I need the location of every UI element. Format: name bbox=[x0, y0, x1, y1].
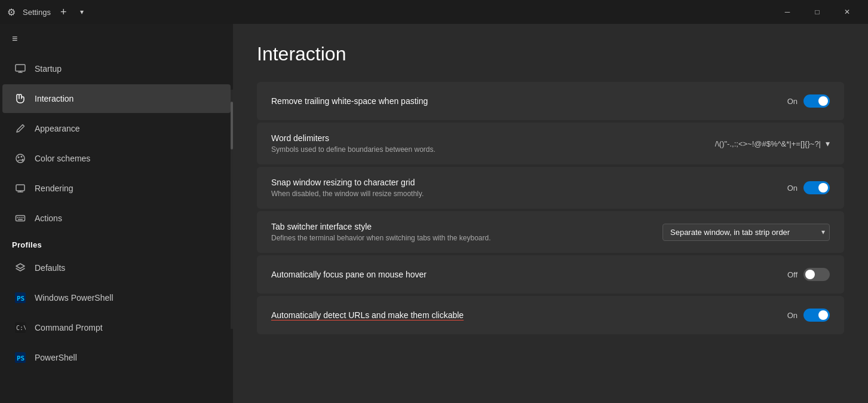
sidebar-label-color-schemes: Color schemes bbox=[35, 154, 90, 163]
setting-label-group-snap: Snap window resizing to character grid W… bbox=[271, 178, 787, 198]
display-icon bbox=[14, 182, 26, 194]
hand-icon bbox=[14, 93, 26, 105]
toggle-thumb-focus bbox=[805, 270, 815, 279]
sidebar-item-defaults[interactable]: Defaults bbox=[2, 254, 231, 282]
toggle-label-urls: On bbox=[787, 311, 798, 320]
ps-blue2-icon: PS bbox=[14, 352, 26, 364]
sidebar-item-rendering[interactable]: Rendering bbox=[2, 174, 231, 203]
sidebar-label-powershell: PowerShell bbox=[35, 353, 77, 362]
sidebar-item-powershell[interactable]: PS PowerShell bbox=[2, 343, 231, 372]
hamburger-button[interactable]: ≡ bbox=[0, 24, 233, 54]
maximize-button[interactable]: □ bbox=[803, 2, 831, 22]
setting-word-delimiters: Word delimiters Symbols used to define b… bbox=[257, 123, 844, 164]
setting-label-snap: Snap window resizing to character grid bbox=[271, 178, 763, 187]
title-bar-left: ⚙ Settings + ▾ bbox=[7, 4, 769, 20]
svg-point-5 bbox=[21, 156, 23, 158]
svg-rect-7 bbox=[16, 185, 24, 191]
setting-snap-resize: Snap window resizing to character grid W… bbox=[257, 167, 844, 209]
setting-label-group-urls: Automatically detect URLs and make them … bbox=[271, 310, 787, 320]
sidebar-scrolltrack bbox=[231, 90, 233, 329]
setting-label-focus: Automatically focus pane on mouse hover bbox=[271, 270, 763, 279]
svg-point-4 bbox=[18, 157, 20, 158]
toggle-group-trailing: On bbox=[787, 94, 830, 108]
toggle-label-focus: Off bbox=[787, 270, 798, 279]
settings-icon: ⚙ bbox=[7, 7, 18, 17]
title-bar: ⚙ Settings + ▾ ─ □ ✕ bbox=[0, 0, 868, 24]
svg-text:PS: PS bbox=[17, 355, 24, 362]
setting-label-trailing: Remove trailing white-space when pasting bbox=[271, 96, 763, 106]
svg-text:PS: PS bbox=[17, 295, 24, 303]
sidebar-item-startup[interactable]: Startup bbox=[2, 54, 231, 83]
delimiter-value-group: /\()"-.,:;<>~!@#$%^&*|+=[]{}~?| ▾ bbox=[715, 139, 830, 148]
svg-rect-0 bbox=[16, 65, 25, 71]
title-bar-title: Settings bbox=[23, 8, 51, 17]
layers-icon bbox=[14, 262, 26, 274]
sidebar-item-actions[interactable]: Actions bbox=[2, 204, 231, 233]
setting-trailing-whitespace: Remove trailing white-space when pasting… bbox=[257, 82, 844, 120]
sidebar-label-defaults: Defaults bbox=[35, 263, 65, 273]
setting-label-tab: Tab switcher interface style bbox=[271, 222, 639, 231]
cmd-icon: C:\ bbox=[14, 322, 26, 334]
setting-detect-urls: Automatically detect URLs and make them … bbox=[257, 296, 844, 334]
setting-label-group-tab: Tab switcher interface style Defines the… bbox=[271, 222, 662, 242]
profiles-section-label: Profiles bbox=[0, 233, 233, 253]
new-tab-button[interactable]: + bbox=[56, 4, 72, 20]
sidebar-label-actions: Actions bbox=[35, 213, 62, 223]
sidebar-scrollthumb[interactable] bbox=[231, 102, 233, 149]
tab-switcher-dropdown[interactable]: Separate window, in tab strip order Inli… bbox=[662, 224, 830, 241]
sidebar-label-command-prompt: Command Prompt bbox=[35, 323, 103, 332]
sidebar-item-windows-powershell[interactable]: PS Windows PowerShell bbox=[2, 283, 231, 312]
delimiter-chevron-icon: ▾ bbox=[826, 139, 830, 148]
toggle-group-snap: On bbox=[787, 181, 830, 194]
dropdown-wrapper-tab: Separate window, in tab strip order Inli… bbox=[662, 224, 830, 241]
ps-blue-icon: PS bbox=[14, 292, 26, 304]
svg-point-3 bbox=[16, 154, 24, 163]
main-layout: ≡ Startup Interaction bbox=[0, 24, 868, 403]
sidebar: ≡ Startup Interaction bbox=[0, 24, 233, 403]
toggle-focus-pane[interactable] bbox=[803, 268, 830, 281]
palette-icon bbox=[14, 152, 26, 164]
toggle-thumb-urls bbox=[818, 310, 828, 320]
sidebar-label-appearance: Appearance bbox=[35, 124, 80, 133]
toggle-detect-urls[interactable] bbox=[803, 309, 830, 322]
delimiter-text: /\()"-.,:;<>~!@#$%^&*|+=[]{}~?| bbox=[715, 139, 821, 148]
content-area: Interaction Remove trailing white-space … bbox=[233, 24, 868, 403]
setting-label-group-focus: Automatically focus pane on mouse hover bbox=[271, 270, 787, 279]
toggle-trailing-whitespace[interactable] bbox=[803, 94, 830, 108]
window-controls: ─ □ ✕ bbox=[774, 2, 861, 22]
toggle-group-focus: Off bbox=[787, 268, 830, 281]
toggle-snap-resize[interactable] bbox=[803, 181, 830, 194]
sidebar-item-command-prompt[interactable]: C:\ Command Prompt bbox=[2, 313, 231, 342]
monitor-icon bbox=[14, 63, 26, 75]
sidebar-label-rendering: Rendering bbox=[35, 184, 73, 193]
setting-label-urls: Automatically detect URLs and make them … bbox=[271, 310, 763, 320]
sidebar-label-windows-powershell: Windows PowerShell bbox=[35, 293, 114, 303]
setting-label-group-delimiters: Word delimiters Symbols used to define b… bbox=[271, 133, 715, 154]
sidebar-label-startup: Startup bbox=[35, 64, 62, 74]
pencil-icon bbox=[14, 123, 26, 135]
svg-text:C:\: C:\ bbox=[16, 325, 26, 331]
svg-rect-10 bbox=[16, 216, 25, 221]
sidebar-item-appearance[interactable]: Appearance bbox=[2, 114, 231, 143]
tab-dropdown-button[interactable]: ▾ bbox=[76, 5, 87, 19]
sidebar-label-interaction: Interaction bbox=[35, 94, 73, 103]
page-title: Interaction bbox=[257, 43, 844, 65]
setting-desc-delimiters: Symbols used to define boundaries betwee… bbox=[271, 145, 691, 154]
hamburger-icon: ≡ bbox=[12, 33, 17, 44]
toggle-label-snap: On bbox=[787, 184, 798, 193]
setting-label-delimiters: Word delimiters bbox=[271, 133, 691, 143]
setting-label-group-trailing: Remove trailing white-space when pasting bbox=[271, 96, 787, 106]
setting-desc-tab: Defines the terminal behavior when switc… bbox=[271, 234, 639, 242]
toggle-group-urls: On bbox=[787, 309, 830, 322]
toggle-thumb-snap bbox=[818, 183, 828, 193]
setting-focus-pane: Automatically focus pane on mouse hover … bbox=[257, 255, 844, 294]
toggle-thumb-trailing bbox=[818, 96, 828, 106]
setting-tab-switcher: Tab switcher interface style Defines the… bbox=[257, 211, 844, 253]
sidebar-item-interaction[interactable]: Interaction bbox=[2, 84, 231, 113]
toggle-label-trailing: On bbox=[787, 97, 798, 106]
setting-desc-snap: When disabled, the window will resize sm… bbox=[271, 190, 763, 198]
minimize-button[interactable]: ─ bbox=[774, 2, 801, 22]
sidebar-item-color-schemes[interactable]: Color schemes bbox=[2, 144, 231, 173]
close-button[interactable]: ✕ bbox=[833, 2, 861, 22]
keyboard-icon bbox=[14, 212, 26, 224]
